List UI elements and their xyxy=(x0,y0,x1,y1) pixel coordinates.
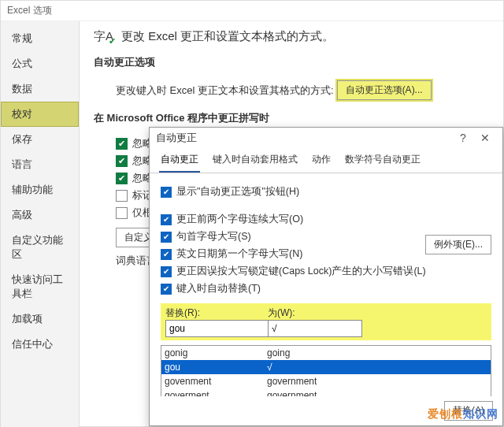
page-heading: 更改 Excel 更正和设置文本格式的方式。 xyxy=(121,29,334,44)
opt-replace-typing-label: 键入时自动替换(T) xyxy=(176,282,261,295)
checkbox-main-dict-only[interactable] xyxy=(116,207,128,219)
section-autocorrect-title: 自动更正选项 xyxy=(94,55,489,69)
sidebar-item-save[interactable]: 保存 xyxy=(1,127,79,152)
sidebar-item-trust-center[interactable]: 信任中心 xyxy=(1,332,79,357)
opt-two-caps-label: 更正前两个字母连续大写(O) xyxy=(176,213,303,226)
autocorrect-list[interactable]: gonig going gou √ govenment government g… xyxy=(161,345,491,396)
opt-sentence-cap-label: 句首字母大写(S) xyxy=(176,230,251,243)
sidebar-item-quick-access[interactable]: 快速访问工具栏 xyxy=(1,267,79,306)
sidebar-item-customize-ribbon[interactable]: 自定义功能区 xyxy=(1,228,79,267)
sidebar-item-addins[interactable]: 加载项 xyxy=(1,306,79,332)
opt-sentence-cap-checkbox[interactable]: ✔ xyxy=(161,232,172,243)
opt-replace-typing-checkbox[interactable]: ✔ xyxy=(161,284,172,295)
checkbox-ignore-1[interactable]: ✔ xyxy=(116,138,128,150)
checkbox-mark-repeat[interactable] xyxy=(116,190,128,202)
watermark: 爱刨根知识网 xyxy=(428,407,498,421)
opt-capslock-checkbox[interactable]: ✔ xyxy=(161,266,172,277)
checkbox-ignore-3[interactable]: ✔ xyxy=(116,173,128,184)
sidebar-item-general[interactable]: 常规 xyxy=(1,26,79,51)
list-row: govenment government xyxy=(161,374,491,388)
sidebar-item-accessibility[interactable]: 辅助功能 xyxy=(1,177,79,202)
proofing-icon: 字A✔ xyxy=(94,29,113,44)
autocorrect-dialog: 自动更正 ? ✕ 自动更正 键入时自动套用格式 动作 数学符号自动更正 ✔ 显示… xyxy=(149,127,503,426)
list-row: gonig going xyxy=(161,346,491,360)
tab-autocorrect[interactable]: 自动更正 xyxy=(159,148,200,173)
tab-actions[interactable]: 动作 xyxy=(310,148,332,173)
dialog-title: 自动更正 xyxy=(156,131,197,145)
checkbox-ignore-2[interactable]: ✔ xyxy=(116,155,128,167)
dialog-help-button[interactable]: ? xyxy=(452,132,474,144)
replace-area: 替换(R): 为(W): xyxy=(161,303,491,340)
replace-label: 替换(R): xyxy=(165,306,268,320)
list-row: gou √ xyxy=(161,360,491,374)
opt-two-caps-checkbox[interactable]: ✔ xyxy=(161,214,172,225)
autocorrect-options-button[interactable]: 自动更正选项(A)... xyxy=(337,80,432,100)
with-input[interactable] xyxy=(268,320,362,337)
opt-day-cap-checkbox[interactable]: ✔ xyxy=(161,249,172,260)
dialog-close-button[interactable]: ✕ xyxy=(474,132,496,144)
opt-capslock-label: 更正因误按大写锁定键(Caps Lock)产生的大小写错误(L) xyxy=(176,265,426,278)
opt-show-autocorrect-button-label: 显示"自动更正选项"按钮(H) xyxy=(176,185,299,199)
autocorrect-row-label: 更改键入时 Excel 更正文本和设置其格式的方式: xyxy=(116,84,334,98)
sidebar-item-formulas[interactable]: 公式 xyxy=(1,51,79,76)
sidebar-item-language[interactable]: 语言 xyxy=(1,152,79,177)
list-row: goverment government xyxy=(161,388,491,396)
replace-input[interactable] xyxy=(165,320,268,337)
sidebar: 常规 公式 数据 校对 保存 语言 辅助功能 高级 自定义功能区 快速访问工具栏… xyxy=(1,21,80,427)
with-label: 为(W): xyxy=(268,306,295,320)
tab-autoformat[interactable]: 键入时自动套用格式 xyxy=(211,148,299,173)
sidebar-item-data[interactable]: 数据 xyxy=(1,76,79,102)
sidebar-item-proofing[interactable]: 校对 xyxy=(1,102,79,127)
window-title: Excel 选项 xyxy=(1,1,503,21)
opt-show-autocorrect-button-checkbox[interactable]: ✔ xyxy=(161,187,172,198)
opt-day-cap-label: 英文日期第一个字母大写(N) xyxy=(176,247,302,261)
dialog-tabs: 自动更正 键入时自动套用格式 动作 数学符号自动更正 xyxy=(150,148,502,173)
section-spelling-title: 在 Microsoft Office 程序中更正拼写时 xyxy=(94,111,489,125)
sidebar-item-advanced[interactable]: 高级 xyxy=(1,202,79,228)
exceptions-button[interactable]: 例外项(E)... xyxy=(425,235,491,254)
tab-math-autocorrect[interactable]: 数学符号自动更正 xyxy=(343,148,422,173)
